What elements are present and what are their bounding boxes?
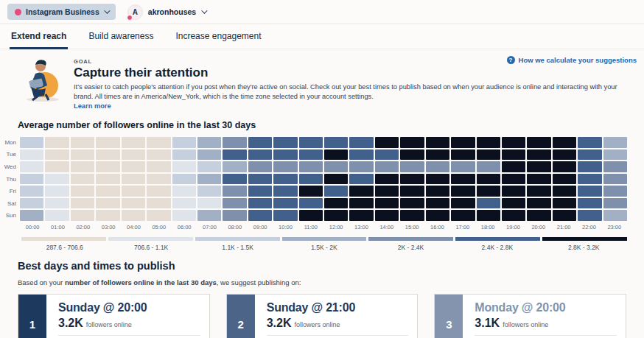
heatmap-cell[interactable]: [147, 149, 170, 161]
heatmap-cell[interactable]: [451, 210, 475, 221]
heatmap-cell[interactable]: [349, 149, 373, 161]
heatmap-cell[interactable]: [172, 210, 196, 221]
heatmap-cell[interactable]: [197, 186, 221, 197]
heatmap-cell[interactable]: [324, 186, 348, 197]
heatmap-cell[interactable]: [248, 198, 272, 209]
heatmap-cell[interactable]: [71, 161, 94, 172]
heatmap-cell[interactable]: [223, 186, 246, 197]
heatmap-cell[interactable]: [122, 186, 145, 197]
heatmap-cell[interactable]: [223, 161, 246, 172]
heatmap-cell[interactable]: [426, 210, 449, 221]
heatmap-cell[interactable]: [477, 137, 500, 148]
heatmap-cell[interactable]: [45, 149, 69, 161]
heatmap-cell[interactable]: [122, 174, 145, 185]
heatmap-cell[interactable]: [375, 137, 399, 148]
heatmap-cell[interactable]: [299, 198, 323, 209]
heatmap-cell[interactable]: [553, 149, 576, 161]
heatmap-cell[interactable]: [451, 186, 475, 197]
heatmap-cell[interactable]: [197, 149, 221, 161]
heatmap-cell[interactable]: [603, 161, 627, 172]
heatmap-cell[interactable]: [426, 161, 449, 172]
heatmap-cell[interactable]: [375, 149, 399, 161]
profile-selector[interactable]: A akronhouses: [127, 4, 206, 20]
heatmap-cell[interactable]: [324, 174, 348, 185]
heatmap-cell[interactable]: [578, 186, 601, 197]
heatmap-cell[interactable]: [248, 210, 272, 221]
heatmap-cell[interactable]: [122, 161, 145, 172]
heatmap-cell[interactable]: [20, 149, 43, 161]
heatmap-cell[interactable]: [172, 186, 196, 197]
heatmap-cell[interactable]: [71, 137, 94, 148]
heatmap-cell[interactable]: [45, 210, 69, 221]
heatmap-cell[interactable]: [20, 174, 43, 185]
heatmap-cell[interactable]: [426, 149, 449, 161]
heatmap-cell[interactable]: [426, 198, 449, 209]
heatmap-cell[interactable]: [451, 149, 475, 161]
heatmap-cell[interactable]: [400, 137, 424, 148]
heatmap-cell[interactable]: [299, 149, 323, 161]
heatmap-cell[interactable]: [248, 137, 272, 148]
heatmap-cell[interactable]: [578, 198, 601, 209]
heatmap-cell[interactable]: [502, 198, 525, 209]
heatmap-cell[interactable]: [603, 210, 627, 221]
heatmap-cell[interactable]: [375, 210, 399, 221]
heatmap-cell[interactable]: [502, 174, 525, 185]
heatmap-cell[interactable]: [324, 198, 348, 209]
heatmap-cell[interactable]: [197, 161, 221, 172]
heatmap-cell[interactable]: [20, 198, 43, 209]
heatmap-cell[interactable]: [349, 198, 373, 209]
heatmap-cell[interactable]: [553, 137, 576, 148]
heatmap-cell[interactable]: [147, 198, 170, 209]
heatmap-cell[interactable]: [147, 210, 170, 221]
heatmap-cell[interactable]: [122, 210, 145, 221]
heatmap-cell[interactable]: [451, 161, 475, 172]
heatmap-cell[interactable]: [578, 210, 601, 221]
heatmap-cell[interactable]: [248, 149, 272, 161]
heatmap-cell[interactable]: [578, 149, 601, 161]
heatmap-cell[interactable]: [197, 210, 221, 221]
heatmap-cell[interactable]: [400, 186, 424, 197]
heatmap-cell[interactable]: [273, 149, 297, 161]
how-we-calculate-link[interactable]: ? How we calculate your suggestions: [507, 56, 637, 64]
heatmap-cell[interactable]: [96, 137, 119, 148]
heatmap-cell[interactable]: [477, 161, 500, 172]
heatmap-cell[interactable]: [375, 186, 399, 197]
heatmap-cell[interactable]: [477, 186, 500, 197]
heatmap-cell[interactable]: [477, 210, 500, 221]
heatmap-cell[interactable]: [71, 174, 94, 185]
heatmap-cell[interactable]: [299, 210, 323, 221]
heatmap-cell[interactable]: [603, 137, 627, 148]
heatmap-cell[interactable]: [197, 174, 221, 185]
heatmap-cell[interactable]: [553, 174, 576, 185]
tab-increase-engagement[interactable]: Increase engagement: [174, 24, 262, 49]
schedule-button[interactable]: Schedule for Sun, Jan 21: [267, 335, 409, 338]
heatmap-cell[interactable]: [172, 198, 196, 209]
heatmap-cell[interactable]: [299, 137, 323, 148]
heatmap-cell[interactable]: [20, 161, 43, 172]
heatmap-cell[interactable]: [147, 174, 170, 185]
heatmap-cell[interactable]: [502, 137, 525, 148]
network-selector[interactable]: Instagram Business: [7, 4, 116, 20]
heatmap-cell[interactable]: [400, 149, 424, 161]
heatmap-cell[interactable]: [96, 161, 119, 172]
heatmap-cell[interactable]: [248, 161, 272, 172]
heatmap-cell[interactable]: [299, 186, 323, 197]
heatmap-cell[interactable]: [349, 161, 373, 172]
heatmap-cell[interactable]: [578, 137, 601, 148]
heatmap-cell[interactable]: [400, 210, 424, 221]
heatmap-cell[interactable]: [223, 137, 246, 148]
schedule-button[interactable]: Schedule for Sun, Jan 21: [58, 335, 200, 338]
heatmap-cell[interactable]: [603, 174, 627, 185]
heatmap-cell[interactable]: [223, 210, 246, 221]
learn-more-link[interactable]: Learn more: [74, 102, 111, 110]
heatmap-cell[interactable]: [273, 210, 297, 221]
heatmap-cell[interactable]: [147, 186, 170, 197]
heatmap-cell[interactable]: [172, 174, 196, 185]
heatmap-cell[interactable]: [426, 174, 449, 185]
heatmap-cell[interactable]: [45, 161, 69, 172]
heatmap-cell[interactable]: [477, 149, 500, 161]
heatmap-cell[interactable]: [603, 186, 627, 197]
heatmap-cell[interactable]: [45, 198, 69, 209]
heatmap-cell[interactable]: [96, 174, 119, 185]
heatmap-cell[interactable]: [273, 174, 297, 185]
